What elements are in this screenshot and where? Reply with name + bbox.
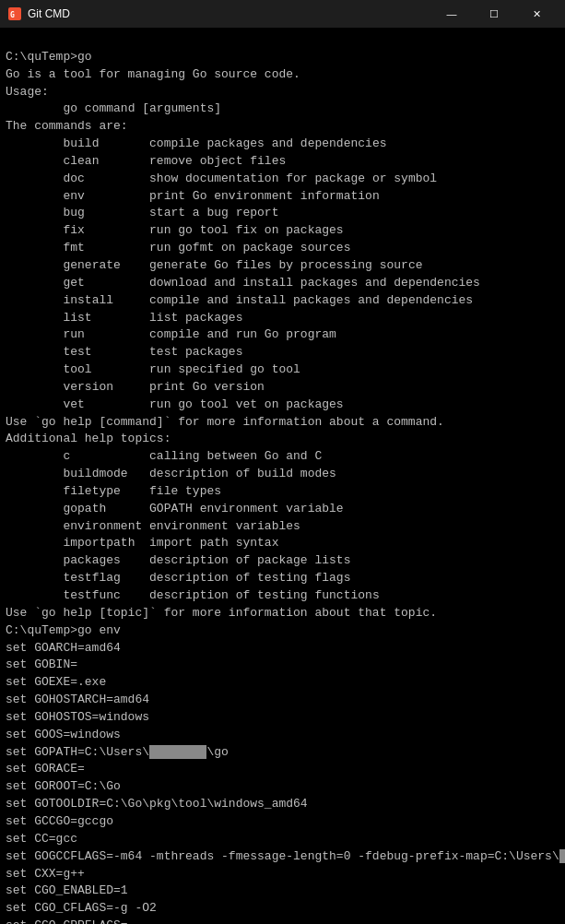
terminal-line: set GOBIN= (6, 657, 559, 674)
terminal-line: set GOTOOLDIR=C:\Go\pkg\tool\windows_amd… (6, 796, 559, 813)
maximize-button[interactable]: ☐ (473, 0, 515, 28)
terminal-line: Go is a tool for managing Go source code… (6, 66, 559, 84)
terminal-line: Additional help topics: (6, 431, 559, 448)
terminal-line: set GCCGO=gccgo (6, 813, 559, 831)
terminal-line: C:\quTemp>go env (6, 622, 559, 640)
terminal-line: install compile and install packages and… (6, 292, 559, 310)
terminal-line: Use `go help [topic]` for more informati… (6, 605, 559, 622)
terminal-line: C:\quTemp>go (6, 49, 559, 66)
terminal-line: doc show documentation for package or sy… (6, 171, 559, 188)
titlebar: G Git CMD — ☐ ✕ (0, 0, 565, 28)
terminal-line: version print Go version (6, 379, 559, 397)
terminal-line: run compile and run Go program (6, 326, 559, 344)
terminal-line: buildmode description of build modes (6, 466, 559, 483)
close-button[interactable]: ✕ (515, 0, 558, 28)
terminal-line: set GOHOSTARCH=amd64 (6, 692, 559, 709)
terminal-line: get download and install packages and de… (6, 275, 559, 292)
terminal-line: set GOGCCFLAGS=-m64 -mthreads -fmessage-… (6, 848, 559, 866)
terminal-line: set GOEXE=.exe (6, 674, 559, 692)
terminal-line: set GOHOSTOS=windows (6, 709, 559, 727)
terminal-line: set GORACE= (6, 761, 559, 778)
terminal-line: set CGO_ENABLED=1 (6, 883, 559, 900)
terminal-line: go command [arguments] (6, 101, 559, 118)
terminal-line: set GOPATH=C:\Users\ \go (6, 744, 559, 762)
redacted-text (149, 745, 206, 759)
titlebar-left: G Git CMD (7, 6, 70, 21)
terminal-output: C:\quTemp>goGo is a tool for managing Go… (0, 28, 565, 924)
terminal-line: bug start a bug report (6, 205, 559, 222)
terminal-line: set GOARCH=amd64 (6, 640, 559, 657)
terminal-line: c calling between Go and C (6, 448, 559, 466)
terminal-line: testfunc description of testing function… (6, 587, 559, 605)
terminal-line: The commands are: (6, 118, 559, 136)
terminal-line: Usage: (6, 84, 559, 101)
terminal-line: testflag description of testing flags (6, 570, 559, 587)
terminal-line: Use `go help [command]` for more informa… (6, 414, 559, 432)
terminal-line: test test packages (6, 344, 559, 361)
terminal-line: importpath import path syntax (6, 535, 559, 552)
terminal-line: list list packages (6, 310, 559, 327)
terminal-line: tool run specified go tool (6, 361, 559, 379)
terminal-line: env print Go environment information (6, 188, 559, 206)
svg-text:G: G (10, 11, 15, 19)
terminal-line: build compile packages and dependencies (6, 136, 559, 153)
terminal-line: set GOROOT=C:\Go (6, 778, 559, 796)
terminal-line: environment environment variables (6, 518, 559, 536)
terminal-line: set CC=gcc (6, 831, 559, 848)
terminal-line: filetype file types (6, 483, 559, 501)
terminal-line: clean remove object files (6, 153, 559, 171)
terminal-line: set CXX=g++ (6, 866, 559, 883)
terminal-line: gopath GOPATH environment variable (6, 501, 559, 518)
window-controls: — ☐ ✕ (430, 0, 558, 28)
terminal-line: vet run go tool vet on packages (6, 397, 559, 414)
app-icon: G (7, 6, 22, 21)
terminal-line: set CGO_CFLAGS=-g -O2 (6, 900, 559, 918)
terminal-line: set CGO_CPPFLAGS= (6, 918, 559, 924)
terminal-line: packages description of package lists (6, 552, 559, 570)
window-title: Git CMD (28, 7, 70, 20)
minimize-button[interactable]: — (430, 0, 473, 28)
terminal-line: generate generate Go files by processing… (6, 257, 559, 275)
redacted-text (559, 849, 565, 863)
terminal-line: fmt run gofmt on package sources (6, 240, 559, 257)
terminal-line: fix run go tool fix on packages (6, 222, 559, 240)
terminal-line: set GOOS=windows (6, 727, 559, 744)
